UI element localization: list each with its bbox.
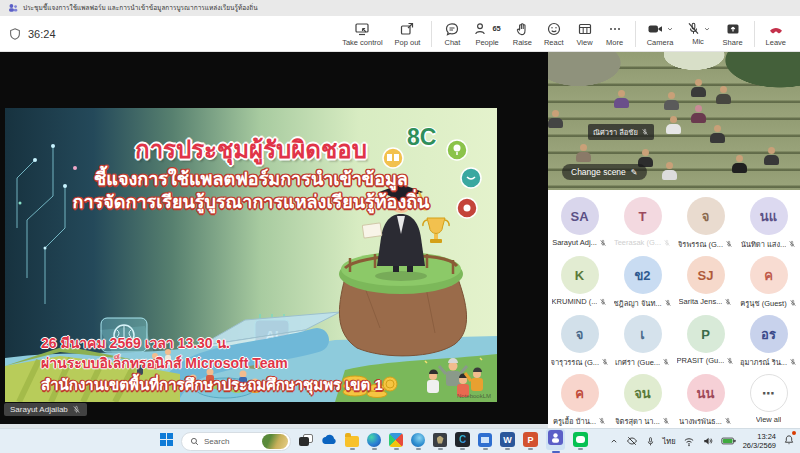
notification-dot <box>792 431 796 435</box>
tray-clock[interactable]: 13:24 26/3/2569 <box>743 432 776 450</box>
photos-app-icon <box>389 433 403 447</box>
camera-button[interactable]: Camera <box>641 21 680 47</box>
camera-chevron-icon[interactable] <box>666 25 674 33</box>
participant-name: ครูเอื้อ บ้าน... <box>553 415 596 427</box>
participant-tile[interactable]: SA Sarayut Adj... <box>548 195 611 254</box>
react-button[interactable]: React <box>538 21 570 47</box>
participant-tile[interactable]: SJ Sarita Jens... <box>674 254 737 313</box>
bell-icon <box>783 434 795 446</box>
video-participant <box>662 162 677 180</box>
search-highlight-thumbnail <box>262 434 288 449</box>
participant-tile[interactable]: ค ครูนุช (Guest) <box>737 254 800 313</box>
participant-name: Sarayut Adj... <box>552 238 597 247</box>
island <box>339 252 467 356</box>
pop-out-button[interactable]: Pop out <box>389 21 427 47</box>
meeting-timer: 36:24 <box>28 28 56 40</box>
video-participant <box>664 92 679 110</box>
slide-channel-line: ผ่านระบบอิเล็กทรอนิกส์ Microsoft Team <box>41 352 288 374</box>
participant-tile[interactable]: จน จิตรสุดา นา... <box>611 372 674 431</box>
avatar: P <box>687 315 725 353</box>
slide-date-line: 26 มีนาคม 2569 เวลา 13.30 น. <box>41 332 230 354</box>
taskbar-app-word[interactable]: W <box>500 432 515 450</box>
participant-tile[interactable]: ข2 ชฎิลญา จันท... <box>611 254 674 313</box>
toolbar-divider <box>754 21 755 47</box>
view-icon <box>577 21 593 37</box>
avatar: จ <box>687 197 725 235</box>
mic-muted-icon <box>663 239 671 247</box>
tray-mic-icon[interactable] <box>645 436 656 447</box>
eye-hidden-icon[interactable] <box>626 435 638 447</box>
taskbar-app-line[interactable] <box>573 432 588 450</box>
taskbar-app-display[interactable] <box>478 433 492 450</box>
view-button[interactable]: View <box>570 21 600 47</box>
people-button[interactable]: 65 People <box>467 21 506 47</box>
leave-button[interactable]: Leave <box>760 21 792 47</box>
raise-hand-button[interactable]: Raise <box>507 21 538 47</box>
more-button[interactable]: More <box>600 21 630 47</box>
speaker-icon[interactable] <box>702 435 714 447</box>
mic-chevron-icon[interactable] <box>703 25 711 33</box>
share-button[interactable]: Share <box>717 21 749 47</box>
mic-button[interactable]: Mic <box>680 21 717 46</box>
government-crest-icon <box>433 433 447 447</box>
task-view-button[interactable] <box>299 434 313 449</box>
taskbar-app-crest[interactable] <box>433 433 447 450</box>
slide-8c-badge: 8C <box>407 124 436 151</box>
take-control-icon <box>354 21 370 37</box>
mic-muted-icon <box>725 240 733 248</box>
taskbar-app-teams-active[interactable] <box>546 429 565 453</box>
video-name-pill: ณิศวรา ลือชัย <box>588 124 654 140</box>
mic-muted-icon <box>724 298 732 306</box>
react-smiley-icon <box>546 21 562 37</box>
view-all-tile[interactable]: ⋯ View all <box>737 372 800 431</box>
participant-tile[interactable]: K KRUMIND (... <box>548 254 611 313</box>
mic-muted-icon <box>598 417 606 425</box>
word-icon: W <box>500 432 515 447</box>
participant-tile[interactable]: ค ครูเอื้อ บ้าน... <box>548 372 611 431</box>
screen-share-stage: AI <box>0 52 548 424</box>
video-participant <box>710 125 725 143</box>
video-participant <box>732 155 747 173</box>
video-participant <box>691 105 706 123</box>
taskbar-app-photos[interactable] <box>389 433 403 450</box>
avatar: ค <box>750 256 788 294</box>
taskbar-app-edge[interactable] <box>367 433 381 450</box>
start-button[interactable] <box>160 433 173 449</box>
participant-tile[interactable]: นน นางพรพันธ... <box>674 372 737 431</box>
participant-tile[interactable]: เ เกศรา (Gue... <box>611 313 674 372</box>
leave-call-icon <box>767 21 785 37</box>
participant-tile[interactable]: จ จิรพรรณ (G... <box>674 195 737 254</box>
notification-bell[interactable] <box>783 432 795 450</box>
take-control-button[interactable]: Take control <box>336 21 388 47</box>
video-participant <box>614 90 629 108</box>
avatar: SJ <box>687 256 725 294</box>
participant-tile[interactable]: T Teerasak (G... <box>611 195 674 254</box>
participant-name: จิตรสุดา นา... <box>615 415 660 427</box>
taskbar-app-onedrive[interactable] <box>321 434 337 448</box>
mic-muted-icon <box>789 299 797 307</box>
participant-tile[interactable]: อร อุมาภรณ์ ริน... <box>737 313 800 372</box>
chat-button[interactable]: Chat <box>437 21 467 47</box>
battery-icon[interactable] <box>721 436 736 446</box>
participant-name: KRUMIND (... <box>552 297 598 306</box>
taskbar-app-file-explorer[interactable] <box>345 433 359 450</box>
avatar: ค <box>561 374 599 412</box>
taskbar-app-browser[interactable] <box>411 433 425 450</box>
tray-chevron-up-icon[interactable] <box>609 436 619 446</box>
mic-muted-icon <box>601 358 609 366</box>
participant-tile[interactable]: P PRASIT (Gu... <box>674 313 737 372</box>
wifi-icon[interactable] <box>683 436 695 447</box>
people-count-badge: 65 <box>492 24 500 33</box>
language-indicator[interactable]: ไทย <box>663 435 676 447</box>
participant-tile[interactable]: นแ นันทิดา แสง... <box>737 195 800 254</box>
search-placeholder: Search <box>204 437 257 446</box>
avatar: อร <box>750 315 788 353</box>
taskbar-app-canva[interactable]: C <box>455 432 470 450</box>
participant-tile[interactable]: จ จารุวรรณ (G... <box>548 313 611 372</box>
together-mode-video: ณิศวรา ลือชัย Change scene ✎ <box>548 52 800 190</box>
mic-muted-icon <box>664 299 672 307</box>
taskbar-app-powerpoint[interactable]: P <box>523 432 538 450</box>
participant-name: ครูนุช (Guest) <box>740 297 786 309</box>
taskbar-search[interactable]: Search <box>181 432 291 451</box>
change-scene-button[interactable]: Change scene ✎ <box>562 164 647 180</box>
